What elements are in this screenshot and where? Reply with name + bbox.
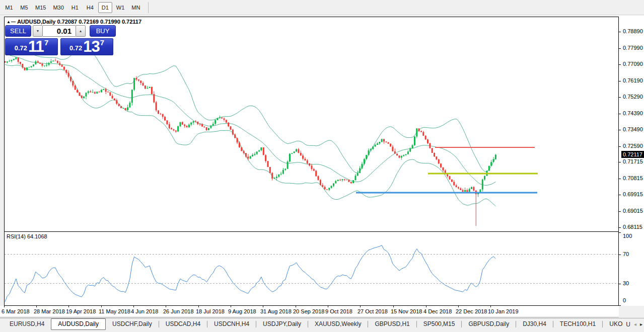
chart-tab-gbpusd[interactable]: GBPUSD,H1 [368,318,416,330]
tab-scroll-right-icon[interactable]: ▸ [640,322,642,327]
tab-scroll-controls: U◂▸ [623,318,642,330]
tab-scroll-left-icon[interactable]: ◂ [634,322,636,327]
candle-body [140,80,141,83]
volume-input[interactable]: 0.01 [43,25,76,37]
price-tick-label: 0.69915 [623,191,643,197]
date-tick-mark [426,306,426,307]
candle-body [274,178,275,179]
candle-body [328,188,330,190]
candle-body [234,134,236,138]
candle-body [162,114,164,117]
timeframe-button-m30[interactable]: M30 [50,2,66,13]
buy-button[interactable]: BUY [90,25,116,37]
volume-decrease-button[interactable]: ▼ [33,25,43,37]
candle-body [57,61,58,63]
candle-body [375,145,376,147]
candle-body [61,65,63,67]
candle-body [228,123,229,127]
candle-body [41,64,43,66]
timeframe-button-mn[interactable]: MN [128,2,143,13]
price-tick-mark [619,114,621,114]
candle-body [304,159,306,160]
candle-body [208,128,209,130]
candle-body [131,90,133,103]
chart-tab-dj30[interactable]: DJ30,H4 [516,318,553,330]
chart-tab-audusd[interactable]: AUDUSD,Daily [51,318,106,330]
candle-body [133,78,135,90]
candle-body [258,150,260,151]
date-tick-mark [458,306,459,307]
candle-body [90,92,91,93]
candle-body [416,128,417,136]
candle-body [370,149,372,150]
candle-body [7,61,8,62]
chart-tab-overflow[interactable]: U [626,321,630,328]
chart-tab-usdcad[interactable]: USDCAD,H4 [159,318,207,330]
candle-body [221,118,223,119]
candle-body [11,60,13,61]
candle-body [278,175,279,177]
rsi-tick-mark [619,284,621,284]
date-tick-label: 6 Mar 2018 [2,308,30,314]
sell-price-quote[interactable]: 0.72 11 7 [5,38,58,55]
timeframe-button-m1[interactable]: M1 [2,2,16,13]
chart-tab-tech100[interactable]: TECH100,H1 [553,318,602,330]
buy-price-quote[interactable]: 0.72 13 7 [60,38,113,55]
sell-button[interactable]: SELL [5,25,31,37]
chart-title: ▲AUDUSD,Daily 0.72087 0.72169 0.71990 0.… [7,19,141,25]
candle-body [458,187,459,188]
volume-increase-button[interactable]: ▲ [76,25,86,37]
timeframe-button-m5[interactable]: M5 [17,2,31,13]
candle-body [407,152,409,154]
chevron-up-icon: ▲ [79,29,83,33]
chart-tab-gbpusd[interactable]: GBPUSD,Daily [462,318,516,330]
price-tick-mark [619,179,621,179]
candle-body [322,185,323,187]
price-tick-mark [619,48,621,49]
price-tick-label: 0.72590 [623,143,643,149]
main-chart[interactable] [0,15,619,306]
date-tick-mark [36,306,37,307]
one-click-trading-panel: SELL ▼ 0.01 ▲ BUY 0.72 11 7 0.72 13 7 [5,25,116,55]
price-axis[interactable]: 0.788900.779900.770900.761900.752900.743… [619,16,644,306]
price-tick-mark [619,97,621,98]
candle-body [484,176,485,180]
chart-tab-sp500[interactable]: SP500,M15 [417,318,462,330]
current-price-tag: 0.72117 [621,151,644,158]
sell-price-sup: 7 [44,38,48,47]
candle-body [296,149,297,152]
rsi-tick-label: 100 [623,233,632,239]
timeframe-button-w1[interactable]: W1 [113,2,128,13]
chart-tab-usdcnh[interactable]: USDCNH,H4 [207,318,256,330]
timeframe-button-d1[interactable]: D1 [98,2,112,13]
date-tick-label: 20 Sep 2018 [293,308,324,314]
date-axis[interactable]: 6 Mar 201828 Mar 201819 Apr 201811 May 2… [0,306,619,317]
candle-body [414,136,415,145]
date-tick-label: 9 Oct 2018 [325,308,352,314]
candle-body [15,57,17,59]
candle-body [203,127,205,127]
candle-body [366,155,367,159]
candle-body [24,67,26,70]
candle-body [335,181,336,184]
rsi-tick-mark [619,232,621,233]
timeframe-button-h1[interactable]: H1 [68,2,82,13]
sell-price-big: 11 [28,40,44,54]
candle-body [451,180,453,182]
chart-tab-eurusd[interactable]: EURUSD,H4 [3,318,51,330]
chart-tab-bar: EURUSD,H4AUDUSD,DailyUSDCHF,DailyUSDCAD,… [0,318,644,330]
chart-tab-usdjpy[interactable]: USDJPY,Daily [256,318,308,330]
date-tick-label: 4 Dec 2018 [423,308,452,314]
candle-body [193,121,194,123]
timeframe-button-m15[interactable]: M15 [32,2,49,13]
candle-body [164,117,166,120]
chart-tab-usdchf[interactable]: USDCHF,Daily [106,318,159,330]
candle-body [28,67,30,67]
candle-body [284,169,286,170]
timeframe-button-h4[interactable]: H4 [83,2,97,13]
chart-tab-xauusd[interactable]: XAUUSD,Weekly [308,318,368,330]
date-tick-label: 28 Mar 2018 [34,308,65,314]
candle-body [92,92,94,93]
candle-body [339,180,341,180]
candle-body [50,61,52,63]
